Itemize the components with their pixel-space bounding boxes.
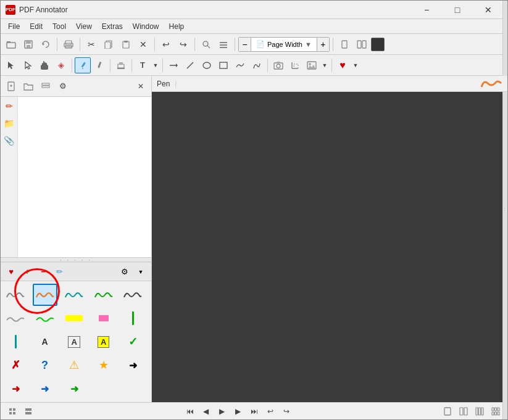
image-dropdown-button[interactable]: ▼ xyxy=(320,57,329,73)
zoom-dropdown-icon[interactable]: ▼ xyxy=(305,41,312,48)
status-btn-1[interactable] xyxy=(6,405,19,418)
undo-button[interactable]: ↩ xyxy=(158,36,174,52)
rect-tool-button[interactable] xyxy=(215,57,231,73)
play-button[interactable]: ▶ xyxy=(215,405,229,418)
stamp-squiggle-green2[interactable] xyxy=(33,307,57,329)
freehand-tool-button[interactable] xyxy=(232,57,248,73)
left-sidebar-pin[interactable]: 📎 xyxy=(2,134,16,147)
stamp-letter-box[interactable]: A xyxy=(62,331,86,353)
stamp-add-button[interactable]: + xyxy=(20,265,34,279)
view-mode-2[interactable] xyxy=(457,405,470,418)
menu-file[interactable]: File xyxy=(3,21,25,32)
menu-view[interactable]: View xyxy=(71,21,97,32)
line-tool-button[interactable] xyxy=(182,57,198,73)
single-page-button[interactable] xyxy=(336,36,352,52)
hand-tool-button[interactable] xyxy=(36,57,52,73)
menu-help[interactable]: Help xyxy=(164,21,189,32)
stamp-warning[interactable]: ⚠ xyxy=(62,354,86,376)
stamp-edit-button[interactable]: ✏ xyxy=(52,265,66,279)
text-dropdown-button[interactable]: ▼ xyxy=(151,57,160,73)
pencil-tool-button[interactable] xyxy=(91,57,107,73)
delete-button[interactable]: ✕ xyxy=(135,36,151,52)
pen-tool-button[interactable] xyxy=(75,57,91,73)
menu-edit[interactable]: Edit xyxy=(25,21,48,32)
left-settings-button[interactable]: ⚙ xyxy=(55,78,71,94)
black-square-button[interactable] xyxy=(371,38,385,51)
left-panel-close-button[interactable]: ✕ xyxy=(133,78,149,94)
left-sidebar-pen[interactable]: ✏ xyxy=(2,99,16,113)
zoom-minus-button[interactable]: − xyxy=(239,37,251,52)
print-button[interactable] xyxy=(60,36,77,52)
stamp-arrow-blue[interactable]: ➜ xyxy=(33,377,57,400)
redo-button[interactable]: ↪ xyxy=(175,36,191,52)
stamp-panel-settings[interactable]: ⚙ xyxy=(118,265,131,279)
left-sidebar-folder[interactable]: 📁 xyxy=(2,117,16,130)
favorites-dropdown-button[interactable]: ▼ xyxy=(351,57,360,73)
arrow-tool-button[interactable] xyxy=(165,57,181,73)
view-mode-1[interactable] xyxy=(441,405,454,418)
eraser-tool-button[interactable]: ◈ xyxy=(53,57,69,73)
copy-button[interactable] xyxy=(101,36,117,52)
open-folder-button[interactable] xyxy=(20,78,36,94)
stamp-arrow-red[interactable]: ➜ xyxy=(3,377,28,400)
stamp-question[interactable]: ? xyxy=(33,354,57,376)
stamp-arrow-black[interactable]: ➜ xyxy=(120,354,145,376)
save-button[interactable] xyxy=(20,36,36,52)
stamp-vbar-green[interactable] xyxy=(120,307,145,329)
first-page-button[interactable]: ⏮ xyxy=(183,405,197,418)
last-page-button[interactable]: ⏭ xyxy=(248,405,261,418)
favorites-button[interactable]: ♥ xyxy=(335,57,351,73)
two-page-button[interactable] xyxy=(354,36,370,52)
prev-page-button[interactable]: ◀ xyxy=(199,405,213,418)
stamp-dropdown-button[interactable]: ▼ xyxy=(134,265,148,279)
minimize-button[interactable]: − xyxy=(412,1,441,19)
menu-window[interactable]: Window xyxy=(128,21,164,32)
panel-resize-handle[interactable]: · · · · · ⋮ xyxy=(1,257,151,262)
camera-tool-button[interactable] xyxy=(270,57,286,73)
stamp-star[interactable]: ★ xyxy=(91,354,116,376)
stamp-squiggle-teal[interactable] xyxy=(62,284,86,306)
select-tool-button[interactable] xyxy=(20,57,36,73)
refresh-button[interactable] xyxy=(38,36,54,52)
close-button[interactable]: ✕ xyxy=(474,1,502,19)
list-view-button[interactable] xyxy=(38,78,54,94)
new-page-button[interactable] xyxy=(3,78,19,94)
stamp-heart-button[interactable]: ♥ xyxy=(4,265,18,279)
bezier-tool-button[interactable] xyxy=(249,57,265,73)
status-btn-2[interactable] xyxy=(22,405,35,418)
next-page-button[interactable]: ▶ xyxy=(231,405,245,418)
crop-tool-button[interactable] xyxy=(287,57,303,73)
stamp-vbar-teal[interactable] xyxy=(3,331,28,353)
find-button[interactable] xyxy=(198,36,214,52)
maximize-button[interactable]: □ xyxy=(443,1,472,19)
stamp-squiggle-orange[interactable] xyxy=(33,284,57,306)
menu-extras[interactable]: Extras xyxy=(97,21,128,32)
canvas-content[interactable] xyxy=(152,92,507,402)
open-button[interactable] xyxy=(3,36,19,52)
oval-tool-button[interactable] xyxy=(199,57,215,73)
stamp-squiggle-dark[interactable] xyxy=(120,284,145,306)
properties-button[interactable] xyxy=(215,36,231,52)
stamp-remove-button[interactable]: − xyxy=(36,265,50,279)
stamp-squiggle-gray2[interactable] xyxy=(3,307,28,329)
stamp-highlight-pink[interactable] xyxy=(91,307,116,329)
stamp-letter-plain[interactable]: A xyxy=(33,331,57,353)
stamp-tool-button[interactable] xyxy=(113,57,129,73)
cursor-tool-button[interactable] xyxy=(3,57,19,73)
menu-tool[interactable]: Tool xyxy=(48,21,71,32)
stamp-highlight-yellow[interactable] xyxy=(62,307,86,329)
view-mode-4[interactable] xyxy=(489,405,502,418)
cut-button[interactable]: ✂ xyxy=(83,36,99,52)
stamp-letter-box-yellow[interactable]: A xyxy=(91,331,116,353)
stamp-arrow-green[interactable]: ➜ xyxy=(62,377,86,400)
stamp-squiggle-green[interactable] xyxy=(91,284,116,306)
view-mode-3[interactable] xyxy=(473,405,486,418)
stamp-squiggle-gray[interactable] xyxy=(3,284,28,306)
nav-forward-button[interactable]: ↪ xyxy=(280,405,293,418)
zoom-plus-button[interactable]: + xyxy=(317,37,329,52)
nav-back-button[interactable]: ↩ xyxy=(264,405,277,418)
image-insert-button[interactable] xyxy=(304,57,320,73)
stamp-check[interactable]: ✓ xyxy=(120,331,145,353)
stamp-cross[interactable]: ✗ xyxy=(3,354,28,376)
paste-button[interactable] xyxy=(118,36,134,52)
